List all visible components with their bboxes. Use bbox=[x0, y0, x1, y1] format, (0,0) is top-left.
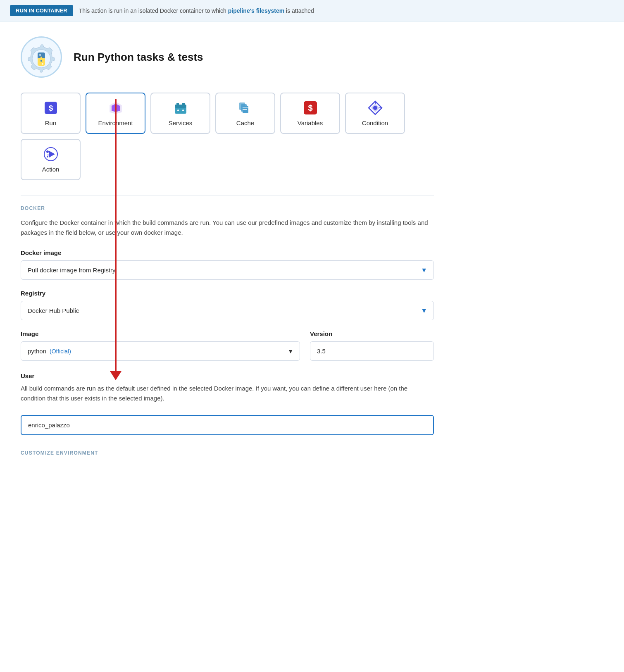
tab-action[interactable]: Action bbox=[21, 139, 81, 180]
tabs-row: $ | Run Environment bbox=[21, 93, 434, 180]
docker-section-label: DOCKER bbox=[21, 205, 434, 211]
pipeline-filesystem-link[interactable]: pipeline's filesystem bbox=[228, 7, 284, 14]
svg-rect-17 bbox=[176, 103, 179, 105]
tab-variables[interactable]: $ Variables bbox=[280, 93, 340, 134]
registry-select[interactable]: Docker Hub Public Docker Hub Private Cus… bbox=[21, 301, 434, 320]
svg-rect-18 bbox=[182, 103, 185, 105]
tab-condition-label: Condition bbox=[362, 119, 388, 126]
registry-label: Registry bbox=[21, 290, 434, 297]
docker-image-select[interactable]: Pull docker image from Registry Build im… bbox=[21, 260, 434, 280]
page-header: Run Python tasks & tests bbox=[21, 36, 434, 78]
user-input[interactable] bbox=[21, 415, 434, 435]
image-select-button[interactable]: python (Official) bbox=[21, 341, 300, 361]
page-title: Run Python tasks & tests bbox=[74, 51, 203, 64]
customize-environment-label: CUSTOMIZE ENVIRONMENT bbox=[21, 450, 434, 456]
tab-run-label: Run bbox=[45, 119, 57, 126]
svg-rect-9 bbox=[40, 60, 42, 62]
version-input[interactable] bbox=[310, 341, 434, 361]
image-official-tag: (Official) bbox=[50, 348, 71, 355]
condition-tab-icon bbox=[368, 100, 383, 115]
docker-image-label: Docker image bbox=[21, 249, 434, 256]
docker-section: DOCKER Configure the Docker container in… bbox=[21, 205, 434, 456]
user-description: All build commands are run as the defaul… bbox=[21, 384, 434, 403]
svg-point-36 bbox=[47, 156, 48, 157]
services-tab-icon bbox=[173, 100, 188, 115]
tab-cache-label: Cache bbox=[236, 119, 254, 126]
tab-condition[interactable]: Condition bbox=[345, 93, 405, 134]
docker-description: Configure the Docker container in which … bbox=[21, 218, 434, 238]
tab-action-label: Action bbox=[42, 166, 60, 173]
user-section-label: User bbox=[21, 372, 434, 379]
image-value: python bbox=[28, 348, 46, 355]
docker-image-select-wrapper: Pull docker image from Registry Build im… bbox=[21, 260, 434, 280]
action-tab-icon bbox=[43, 147, 58, 162]
run-tab-icon: $ | bbox=[43, 100, 58, 115]
section-divider bbox=[21, 195, 434, 195]
image-label: Image bbox=[21, 330, 300, 337]
version-col: Version bbox=[310, 330, 434, 361]
svg-point-34 bbox=[46, 150, 49, 153]
top-banner: RUN IN CONTAINER This action is run in a… bbox=[0, 0, 624, 21]
tab-environment[interactable]: Environment bbox=[86, 93, 145, 134]
tab-variables-label: Variables bbox=[298, 119, 323, 126]
tab-run[interactable]: $ | Run bbox=[21, 93, 81, 134]
python-gear-icon bbox=[25, 41, 58, 74]
svg-point-7 bbox=[42, 64, 43, 64]
environment-tab-icon bbox=[108, 100, 123, 115]
svg-rect-8 bbox=[40, 57, 42, 58]
header-icon bbox=[21, 36, 62, 78]
tab-cache[interactable]: Cache bbox=[215, 93, 275, 134]
tab-environment-label: Environment bbox=[98, 119, 133, 126]
svg-point-20 bbox=[182, 110, 184, 111]
tab-services-label: Services bbox=[169, 119, 193, 126]
image-version-row: Image python (Official) ▼ Version bbox=[21, 330, 434, 361]
run-in-container-badge: RUN IN CONTAINER bbox=[10, 5, 73, 16]
svg-point-30 bbox=[373, 106, 377, 110]
cache-tab-icon bbox=[238, 100, 253, 115]
version-label: Version bbox=[310, 330, 434, 337]
tab-services[interactable]: Services bbox=[150, 93, 210, 134]
variables-tab-icon: $ bbox=[303, 100, 318, 115]
svg-point-5 bbox=[40, 55, 40, 55]
svg-text:|: | bbox=[52, 105, 53, 110]
image-select-wrapper: python (Official) ▼ bbox=[21, 341, 300, 361]
svg-point-19 bbox=[177, 110, 179, 111]
registry-select-wrapper: Docker Hub Public Docker Hub Private Cus… bbox=[21, 301, 434, 320]
banner-description: This action is run in an isolated Docker… bbox=[79, 7, 314, 14]
image-col: Image python (Official) ▼ bbox=[21, 330, 300, 361]
svg-text:$: $ bbox=[308, 103, 312, 112]
